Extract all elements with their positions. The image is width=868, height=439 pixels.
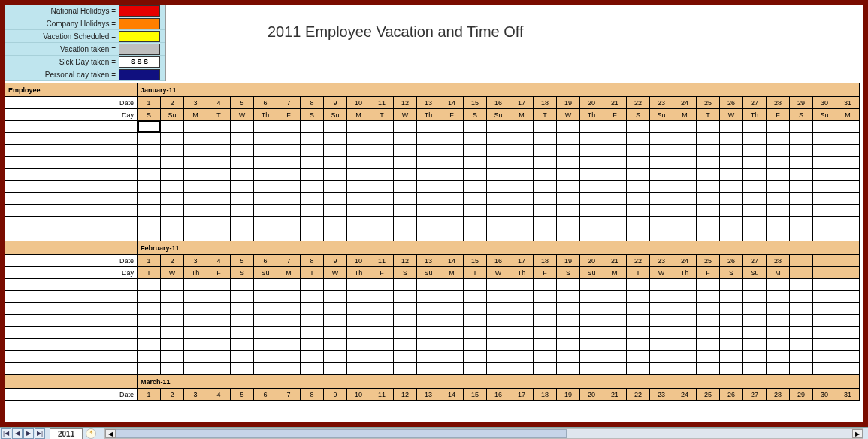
data-cell[interactable] <box>184 121 207 133</box>
data-cell[interactable] <box>813 279 836 291</box>
data-cell[interactable] <box>650 363 673 375</box>
data-cell[interactable] <box>720 217 743 229</box>
data-cell[interactable] <box>813 315 836 327</box>
data-cell[interactable] <box>720 205 743 217</box>
dow-cell[interactable]: M <box>836 109 860 121</box>
data-cell[interactable] <box>347 193 370 205</box>
employee-cell[interactable] <box>5 217 138 229</box>
data-cell[interactable] <box>720 339 743 351</box>
data-cell[interactable] <box>836 133 860 145</box>
data-cell[interactable] <box>231 193 254 205</box>
data-cell[interactable] <box>347 133 370 145</box>
data-cell[interactable] <box>720 145 743 157</box>
data-cell[interactable] <box>534 181 557 193</box>
data-cell[interactable] <box>324 339 347 351</box>
data-cell[interactable] <box>464 133 487 145</box>
data-cell[interactable] <box>324 291 347 303</box>
data-cell[interactable] <box>417 217 440 229</box>
data-cell[interactable] <box>790 339 813 351</box>
data-cell[interactable] <box>557 291 580 303</box>
data-cell[interactable] <box>720 121 743 133</box>
data-cell[interactable] <box>534 229 557 241</box>
dow-cell[interactable]: S <box>557 267 580 279</box>
data-cell[interactable] <box>138 157 161 169</box>
data-cell[interactable] <box>813 327 836 339</box>
data-cell[interactable] <box>557 279 580 291</box>
data-cell[interactable] <box>207 229 231 241</box>
data-cell[interactable] <box>347 229 370 241</box>
data-cell[interactable] <box>324 193 347 205</box>
data-cell[interactable] <box>790 327 813 339</box>
data-cell[interactable] <box>254 121 277 133</box>
data-cell[interactable] <box>417 351 440 363</box>
dow-cell[interactable]: T <box>301 267 324 279</box>
date-cell[interactable]: 29 <box>790 97 813 109</box>
data-cell[interactable] <box>603 169 627 181</box>
dow-cell[interactable]: W <box>231 109 254 121</box>
data-cell[interactable] <box>370 169 394 181</box>
data-cell[interactable] <box>417 291 440 303</box>
data-cell[interactable] <box>627 339 650 351</box>
data-cell[interactable] <box>697 303 720 315</box>
data-cell[interactable] <box>370 133 394 145</box>
data-cell[interactable] <box>231 157 254 169</box>
date-cell[interactable] <box>813 255 836 267</box>
data-cell[interactable] <box>790 181 813 193</box>
data-cell[interactable] <box>417 363 440 375</box>
data-cell[interactable] <box>510 193 534 205</box>
employee-cell[interactable] <box>5 339 138 351</box>
data-cell[interactable] <box>347 205 370 217</box>
data-cell[interactable] <box>790 145 813 157</box>
dow-cell[interactable] <box>813 267 836 279</box>
data-cell[interactable] <box>487 291 510 303</box>
dow-cell[interactable]: W <box>650 267 673 279</box>
data-cell[interactable] <box>767 303 790 315</box>
date-cell[interactable]: 17 <box>510 97 534 109</box>
dow-cell[interactable] <box>836 267 860 279</box>
data-cell[interactable] <box>370 121 394 133</box>
data-cell[interactable] <box>138 169 161 181</box>
dow-cell[interactable]: T <box>627 267 650 279</box>
data-cell[interactable] <box>254 291 277 303</box>
data-cell[interactable] <box>207 339 231 351</box>
date-cell[interactable]: 23 <box>650 97 673 109</box>
data-cell[interactable] <box>603 121 627 133</box>
data-cell[interactable] <box>790 303 813 315</box>
data-cell[interactable] <box>627 351 650 363</box>
data-cell[interactable] <box>767 217 790 229</box>
data-cell[interactable] <box>627 327 650 339</box>
data-cell[interactable] <box>557 121 580 133</box>
scroll-track[interactable] <box>116 429 852 438</box>
data-cell[interactable] <box>417 121 440 133</box>
data-cell[interactable] <box>813 217 836 229</box>
data-cell[interactable] <box>510 229 534 241</box>
date-cell[interactable]: 13 <box>417 389 440 401</box>
dow-cell[interactable]: M <box>347 109 370 121</box>
data-cell[interactable] <box>440 133 464 145</box>
data-cell[interactable] <box>394 339 417 351</box>
data-cell[interactable] <box>440 217 464 229</box>
data-cell[interactable] <box>650 133 673 145</box>
data-cell[interactable] <box>720 193 743 205</box>
employee-cell[interactable] <box>5 363 138 375</box>
data-cell[interactable] <box>184 181 207 193</box>
data-cell[interactable] <box>184 303 207 315</box>
dow-cell[interactable]: T <box>697 109 720 121</box>
data-cell[interactable] <box>161 279 184 291</box>
date-cell[interactable]: 16 <box>487 389 510 401</box>
data-cell[interactable] <box>673 339 697 351</box>
data-cell[interactable] <box>324 217 347 229</box>
data-cell[interactable] <box>487 217 510 229</box>
tab-nav-prev[interactable]: ◀ <box>12 428 23 439</box>
data-cell[interactable] <box>370 351 394 363</box>
data-cell[interactable] <box>673 181 697 193</box>
data-cell[interactable] <box>370 217 394 229</box>
employee-cell[interactable] <box>5 157 138 169</box>
data-cell[interactable] <box>627 181 650 193</box>
data-cell[interactable] <box>627 193 650 205</box>
data-cell[interactable] <box>743 229 767 241</box>
data-cell[interactable] <box>510 181 534 193</box>
data-cell[interactable] <box>394 205 417 217</box>
data-cell[interactable] <box>231 133 254 145</box>
data-cell[interactable] <box>510 157 534 169</box>
